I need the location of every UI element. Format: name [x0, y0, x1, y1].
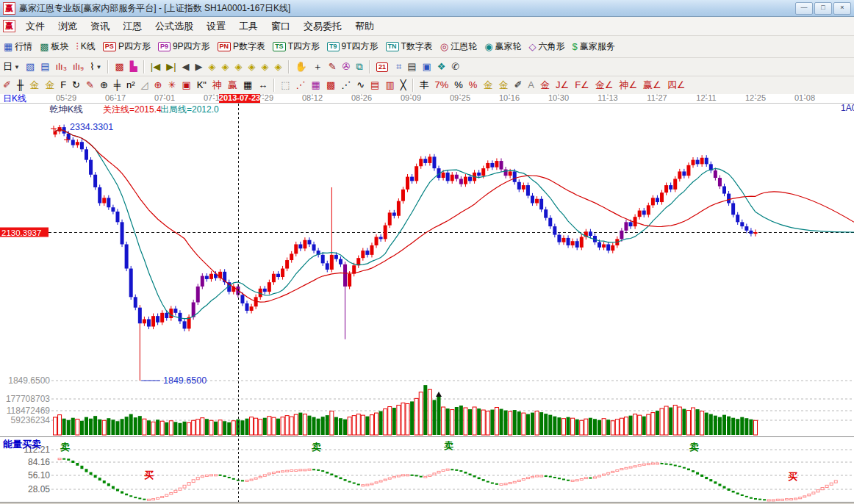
crosshair-button[interactable]: ＋ [311, 60, 325, 74]
minimize-button[interactable]: — [795, 2, 813, 15]
9t-square-button[interactable]: T99T四方形 [324, 40, 381, 54]
si-angle-tool[interactable]: 四∠ [665, 78, 688, 93]
fan-lines-tool[interactable]: ⋰ [294, 78, 308, 93]
diamond-compress-h-button[interactable]: ◈ [233, 60, 245, 74]
gold-line-tool[interactable]: 金 [496, 78, 510, 93]
network-button[interactable]: ❖ [435, 60, 448, 74]
angle-ruler-tool[interactable]: ◿ [139, 78, 151, 93]
diamond-left-button[interactable]: ◈ [207, 60, 218, 74]
gann-wheel-button[interactable]: ◎江恩轮 [437, 40, 480, 54]
save-button[interactable]: ▣ [420, 60, 434, 74]
target-circle-tool[interactable]: ⊕ [152, 78, 165, 93]
j-angle-tool[interactable]: J∠ [553, 78, 571, 93]
gold-red-tool[interactable]: 金 [538, 78, 552, 93]
square-target-tool[interactable]: ▣ [179, 78, 193, 93]
calendar-button[interactable]: 21 [374, 60, 392, 74]
prev-button[interactable]: ◀ [180, 60, 192, 74]
pen-angle-tool[interactable]: ✎ [84, 78, 96, 93]
frame-select-tool[interactable]: ⬚ [279, 78, 292, 93]
menu-item-file[interactable]: 文件 [19, 18, 51, 34]
k-quote-tool[interactable]: Kʺ [195, 78, 209, 93]
gold-angle-tool[interactable]: 金∠ [593, 78, 616, 93]
chart-canvas[interactable]: 05-2906-1707-0107-1507-2908-1208-2609-09… [0, 94, 854, 504]
mobile-button[interactable]: ✆ [449, 60, 462, 74]
bar-chart-9-icon[interactable]: ılı₉ [71, 60, 86, 74]
kline-button[interactable]: ⫶K线 [73, 40, 98, 54]
calculator-button[interactable]: ⌗ [394, 60, 403, 74]
gann-frame-icon[interactable]: ▩ [112, 60, 126, 74]
menu-item-news[interactable]: 资讯 [84, 18, 116, 34]
grid-red3-tool[interactable]: ▥ [383, 78, 396, 93]
quotes-button[interactable]: ▦行情 [1, 40, 35, 54]
menu-item-gann[interactable]: 江恩 [116, 18, 148, 34]
n-square-tool[interactable]: n² [124, 78, 137, 93]
chart-area[interactable]: 05-2906-1707-0107-1507-2908-1208-2609-09… [0, 94, 854, 504]
slash-lines-tool[interactable]: ⋰ [339, 78, 353, 93]
info-list-icon[interactable]: ▤ [38, 60, 51, 74]
h-span-tool[interactable]: ↔ [256, 78, 270, 93]
ruler-comb2-tool[interactable]: ╪ [112, 78, 123, 93]
t-square-button[interactable]: TST四方形 [270, 40, 323, 54]
pen2-tool[interactable]: ✐ [512, 78, 524, 93]
p-number-table-button[interactable]: PNP数字表 [215, 40, 269, 54]
star-burst-tool[interactable]: ✳ [165, 78, 178, 93]
ruler-comb-tool[interactable]: ╫ [15, 78, 26, 93]
hexagon-button[interactable]: ◇六角形 [526, 40, 568, 54]
maximize-button[interactable]: □ [814, 2, 832, 15]
menu-item-settings[interactable]: 设置 [200, 18, 232, 34]
ying-angle-tool[interactable]: 赢∠ [641, 78, 664, 93]
f-angle-tool[interactable]: F∠ [573, 78, 592, 93]
gold-circle-tool[interactable]: 金 [481, 78, 495, 93]
gold-gate-tool[interactable]: 金 [27, 78, 41, 93]
menu-item-formula-stock-pick[interactable]: 公式选股 [148, 18, 200, 34]
winner-service-button[interactable]: $赢家服务 [570, 40, 618, 54]
menu-item-help[interactable]: 帮助 [348, 18, 381, 34]
title-bar[interactable]: 赢 赢家江恩专业版[赢家内部服务平台] - [上证指数 SH1A0001-167… [0, 0, 854, 17]
gann-stamp-button[interactable]: ✇ [340, 60, 353, 74]
gate-tool[interactable]: 丰 [417, 78, 431, 93]
bar-chart-3-icon[interactable]: ılı₃ [54, 60, 69, 74]
drag-hand-button[interactable]: ✋ [293, 60, 309, 74]
dense-grid-tool[interactable]: ▦ [241, 78, 254, 93]
diamond-right-button[interactable]: ◈ [220, 60, 232, 74]
period-day-dropdown[interactable]: 日▼ [1, 60, 22, 74]
t-number-table-button[interactable]: TNT数字表 [383, 40, 436, 54]
percent-line-tool[interactable]: % [467, 78, 480, 93]
shen-angle-tool[interactable]: 神∠ [617, 78, 639, 93]
p-square-button[interactable]: PSP四方形 [100, 40, 154, 54]
gold-gate2-tool[interactable]: 金 [43, 78, 57, 93]
angle-measure-button[interactable]: ✎ [326, 60, 339, 74]
f-grid-tool[interactable]: F [58, 78, 68, 93]
9p-square-button[interactable]: P99P四方形 [155, 40, 213, 54]
menu-item-window[interactable]: 窗口 [265, 18, 297, 34]
close-button[interactable]: × [833, 2, 851, 15]
analysis-brain-button[interactable]: ⧉ [354, 60, 365, 74]
grid-red-tool[interactable]: ▩ [324, 78, 337, 93]
diamond-expand-all-button[interactable]: ◈ [273, 60, 284, 74]
menu-item-browse[interactable]: 浏览 [51, 18, 84, 34]
percent-tool[interactable]: % [452, 78, 465, 93]
winner-wheel-button[interactable]: ◉赢家轮 [481, 40, 524, 54]
a-wave-tool[interactable]: A [525, 78, 537, 93]
last-page-button[interactable]: ▶| [164, 60, 178, 74]
color-histogram-icon[interactable]: ▙ [128, 60, 140, 74]
sectors-button[interactable]: ▩板块 [37, 40, 71, 54]
ying-tool[interactable]: 赢 [226, 78, 240, 93]
notes-button[interactable]: ▤ [405, 60, 418, 74]
next-button[interactable]: ▶ [193, 60, 205, 74]
spiral-tool[interactable]: ↻ [70, 78, 82, 93]
zigzag-tool[interactable]: ∿ [354, 78, 367, 93]
first-page-button[interactable]: |◀ [148, 60, 162, 74]
menu-item-trade-entrust[interactable]: 交易委托 [297, 18, 348, 34]
diamond-expand-h-button[interactable]: ◈ [246, 60, 258, 74]
grid-purple-tool[interactable]: ▦ [309, 78, 323, 93]
candle-style-dropdown[interactable]: ⌇▼ [87, 60, 104, 74]
compass-tool[interactable]: ⊕ [98, 78, 110, 93]
overlay-chart-icon[interactable]: ▧ [24, 60, 37, 74]
pen-tool[interactable]: ✐ [1, 78, 13, 93]
diamond-compress-v-button[interactable]: ◈ [259, 60, 271, 74]
hatch-tool[interactable]: ╳ [398, 78, 409, 93]
percent7-tool[interactable]: 7% [433, 78, 451, 93]
menu-item-tools[interactable]: 工具 [232, 18, 265, 34]
shen-tool[interactable]: 神 [210, 78, 224, 93]
